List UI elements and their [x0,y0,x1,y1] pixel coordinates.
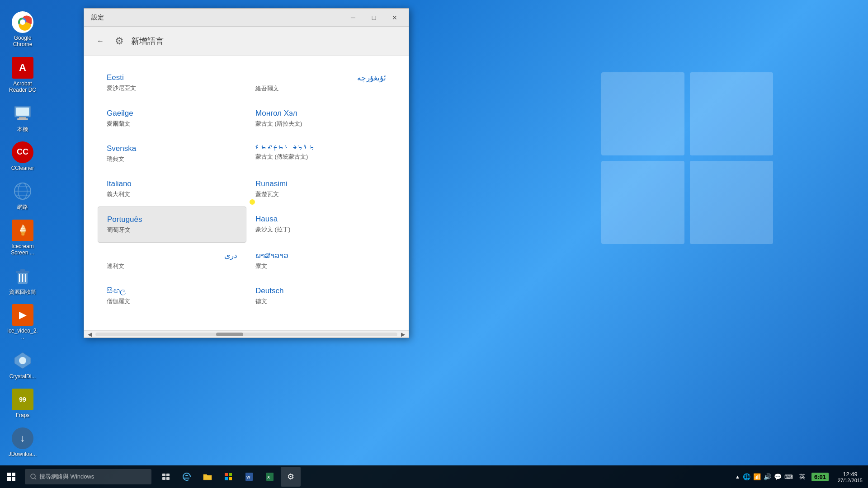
lang-item-dari[interactable]: دری 達利文 [98,243,246,278]
svg-rect-29 [162,474,165,476]
gear-icon: ⚙ [115,35,124,47]
svg-point-22 [19,357,26,364]
desktop-icon-recycle[interactable]: 資源回收筒 [5,263,41,297]
desktop-icon-area: Google Chrome A AcrobatReader DC 本機 [0,5,90,470]
chrome-label: Google Chrome [7,35,38,48]
lang-item-mongolian[interactable]: Монгол Хэл 蒙古文 (斯拉夫文) [246,101,395,136]
svg-rect-30 [166,474,170,476]
windows-logo [597,68,778,249]
close-button[interactable]: ✕ [384,10,405,25]
lang-item-mongolian-trad[interactable]: ᠮᠣᠩᠭᠣᠯ ᠬᠡᠯᠡ 蒙古文 (傳統蒙古文) [246,136,395,171]
lang-native-gaeilge: 愛爾蘭文 [107,120,237,128]
desktop-icon-icevideo[interactable]: ▶ ice_video_2... [5,302,41,343]
volume-icon[interactable]: 🔊 [764,473,771,480]
lang-native-deutsch: 德文 [255,297,386,305]
system-tray: ▲ 🌐 📶 🔊 💬 ⌨ 英 6:01 [731,473,832,481]
svg-rect-7 [16,108,29,116]
edge-button[interactable] [177,467,197,487]
lang-native-sinhala: 僧伽羅文 [107,297,237,305]
svg-rect-8 [19,117,26,118]
svg-rect-0 [601,72,684,155]
svg-point-5 [20,19,25,25]
window-controls: ─ □ ✕ [343,10,405,25]
scrollbar-track[interactable] [95,333,397,336]
lang-native-mongolian-trad: 蒙古文 (傳統蒙古文) [255,153,386,161]
scroll-right-button[interactable]: ▶ [401,331,405,338]
desktop-icon-mycomputer[interactable]: 本機 [5,100,41,135]
svg-rect-25 [7,477,11,481]
lang-item-portugues[interactable]: Português 葡萄牙文 [98,206,246,243]
lang-item-hausa[interactable]: Hausa 豪沙文 (拉丁) [246,206,395,243]
desktop-icon-acrobat[interactable]: A AcrobatReader DC [5,55,41,96]
svg-rect-2 [601,161,684,244]
lang-native-portugues: 葡萄牙文 [107,226,237,234]
network-label: 網路 [17,204,28,210]
desktop-icon-jdownload[interactable]: ↓ JDownloa... [5,425,41,460]
lang-item-uyghur[interactable]: ئۇيغۇرچە 維吾爾文 [246,65,395,101]
recycle-label: 資源回收筒 [9,289,36,295]
svg-rect-24 [12,473,15,476]
lang-item-italiano[interactable]: Italiano 義大利文 [98,171,246,206]
desktop-icon-crystal[interactable]: CrystalDi... [5,347,41,382]
lang-native-mongolian: 蒙古文 (斯拉夫文) [255,120,386,128]
message-icon[interactable]: 💬 [774,473,782,480]
lang-item-sinhala[interactable]: සිංහල 僧伽羅文 [98,278,246,314]
lang-name-lao: ພາສາລາວ [255,251,386,260]
lang-item-deutsch[interactable]: Deutsch 德文 [246,278,395,314]
settings-taskbar-button[interactable]: ⚙ [281,467,301,487]
search-box[interactable]: 搜尋網路與 Windows [25,469,151,484]
desktop-icon-network[interactable]: 網路 [5,178,41,212]
lang-name-deutsch: Deutsch [255,286,386,296]
lang-native-runasimi: 蓋楚瓦文 [255,190,386,198]
lang-name-hausa: Hausa [255,215,386,224]
icecream-label: IcecreamScreen ... [11,243,34,256]
task-view-button[interactable] [156,467,176,487]
desktop-icon-icecream[interactable]: 🍦 IcecreamScreen ... [5,217,41,258]
desktop-icon-ccleaner[interactable]: CC CCleaner [5,139,41,174]
back-button[interactable]: ← [93,34,108,48]
battery-indicator: 6:01 [811,473,829,481]
minimize-button[interactable]: ─ [343,10,363,25]
window-title: 設定 [88,14,343,22]
lang-item-lao[interactable]: ພາສາລາວ 寮文 [246,243,395,278]
scrollbar-thumb[interactable] [216,333,243,336]
maximize-button[interactable]: □ [363,10,384,25]
chevron-icon[interactable]: ▲ [735,474,740,479]
svg-rect-3 [690,161,773,244]
lang-item-gaeilge[interactable]: Gaeilge 愛爾蘭文 [98,101,246,136]
lang-item-svenska[interactable]: Svenska 瑞典文 [98,136,246,171]
lang-name-portugues: Português [107,215,237,224]
svg-rect-17 [20,269,25,271]
spreadsheet-button[interactable]: X [260,467,280,487]
svg-point-27 [31,474,35,479]
word-button[interactable]: W [239,467,259,487]
taskbar-tray: ▲ 🌐 📶 🔊 💬 ⌨ 英 6:01 12:49 27/12/2015 [731,465,868,488]
lang-native-lao: 寮文 [255,262,386,270]
mycomputer-label: 本機 [17,126,28,132]
system-clock[interactable]: 12:49 27/12/2015 [832,465,868,488]
language-grid: Eesti 愛沙尼亞文 ئۇيغۇرچە 維吾爾文 Gaeilge 愛爾蘭文 М… [98,65,395,314]
language-list[interactable]: Eesti 愛沙尼亞文 ئۇيغۇرچە 維吾爾文 Gaeilge 愛爾蘭文 М… [84,56,409,330]
store-button[interactable] [218,467,238,487]
desktop-icon-fraps[interactable]: 99 Fraps [5,386,41,421]
svg-text:W: W [246,475,250,479]
language-indicator[interactable]: 英 [796,473,809,481]
desktop-icon-chrome[interactable]: Google Chrome [5,9,41,50]
lang-native-hausa: 豪沙文 (拉丁) [255,225,386,234]
clock-date: 27/12/2015 [838,478,863,483]
network-strength-icon: 📶 [753,473,761,480]
lang-name-eesti: Eesti [107,73,237,82]
svg-rect-26 [12,477,15,481]
svg-rect-36 [229,477,232,480]
lang-name-italiano: Italiano [107,179,237,188]
lang-native-svenska: 瑞典文 [107,155,237,163]
start-button[interactable] [0,465,23,488]
horizontal-scrollbar[interactable]: ◀ ▶ [84,330,409,338]
taskbar-items: W X ⚙ [156,467,301,487]
lang-item-runasimi[interactable]: Runasimi 蓋楚瓦文 [246,171,395,206]
icevideo-label: ice_video_2... [7,328,38,341]
scroll-left-button[interactable]: ◀ [88,331,92,338]
file-explorer-button[interactable] [198,467,217,487]
window-header: ← ⚙ 新增語言 [84,27,409,56]
lang-item-eesti[interactable]: Eesti 愛沙尼亞文 [98,65,246,101]
